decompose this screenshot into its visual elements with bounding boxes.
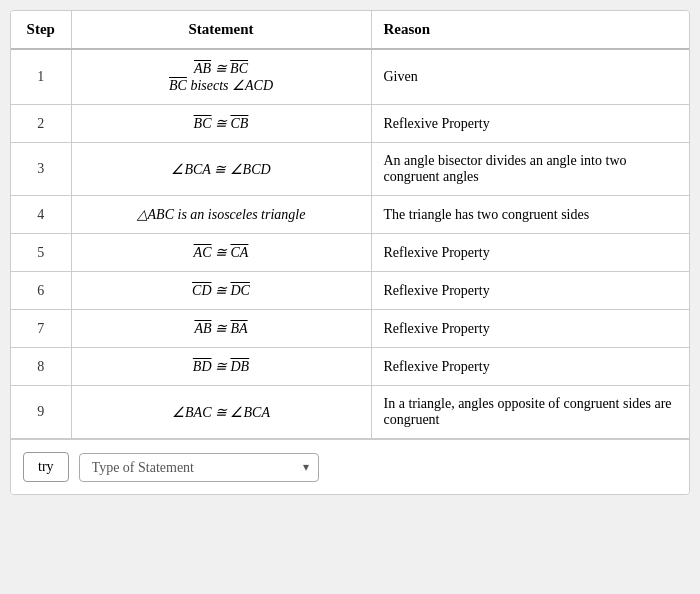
- statement-cell: BD ≅ DB: [71, 348, 371, 386]
- reason-cell: Given: [371, 49, 689, 105]
- dropdown-container: Type of Statement Given Reflexive Proper…: [79, 453, 319, 482]
- table-header-row: Step Statement Reason: [11, 11, 689, 49]
- footer-row: try Type of Statement Given Reflexive Pr…: [11, 439, 689, 494]
- step-cell: 9: [11, 386, 71, 439]
- statement-header: Statement: [71, 11, 371, 49]
- reason-cell: Reflexive Property: [371, 272, 689, 310]
- proof-table: Step Statement Reason 1AB ≅ BCBC bisects…: [11, 11, 689, 439]
- reason-cell: An angle bisector divides an angle into …: [371, 143, 689, 196]
- table-row: 6CD ≅ DCReflexive Property: [11, 272, 689, 310]
- reason-cell: In a triangle, angles opposite of congru…: [371, 386, 689, 439]
- statement-cell: △ABC is an isosceles triangle: [71, 196, 371, 234]
- table-row: 9∠BAC ≅ ∠BCAIn a triangle, angles opposi…: [11, 386, 689, 439]
- statement-cell: AB ≅ BCBC bisects ∠ACD: [71, 49, 371, 105]
- statement-cell: AC ≅ CA: [71, 234, 371, 272]
- reason-cell: Reflexive Property: [371, 310, 689, 348]
- statement-cell: BC ≅ CB: [71, 105, 371, 143]
- statement-cell: AB ≅ BA: [71, 310, 371, 348]
- table-row: 7AB ≅ BAReflexive Property: [11, 310, 689, 348]
- reason-cell: Reflexive Property: [371, 348, 689, 386]
- step-cell: 3: [11, 143, 71, 196]
- statement-cell: ∠BCA ≅ ∠BCD: [71, 143, 371, 196]
- table-row: 3∠BCA ≅ ∠BCDAn angle bisector divides an…: [11, 143, 689, 196]
- table-row: 1AB ≅ BCBC bisects ∠ACDGiven: [11, 49, 689, 105]
- step-cell: 5: [11, 234, 71, 272]
- step-cell: 8: [11, 348, 71, 386]
- reason-cell: Reflexive Property: [371, 234, 689, 272]
- step-cell: 6: [11, 272, 71, 310]
- reason-header: Reason: [371, 11, 689, 49]
- table-row: 4△ABC is an isosceles triangleThe triang…: [11, 196, 689, 234]
- try-button[interactable]: try: [23, 452, 69, 482]
- step-cell: 4: [11, 196, 71, 234]
- step-header: Step: [11, 11, 71, 49]
- reason-cell: The triangle has two congruent sides: [371, 196, 689, 234]
- table-row: 2BC ≅ CBReflexive Property: [11, 105, 689, 143]
- step-cell: 2: [11, 105, 71, 143]
- step-cell: 7: [11, 310, 71, 348]
- proof-table-container: Step Statement Reason 1AB ≅ BCBC bisects…: [10, 10, 690, 495]
- table-row: 5AC ≅ CAReflexive Property: [11, 234, 689, 272]
- type-of-statement-select[interactable]: Type of Statement Given Reflexive Proper…: [79, 453, 319, 482]
- table-row: 8BD ≅ DBReflexive Property: [11, 348, 689, 386]
- reason-cell: Reflexive Property: [371, 105, 689, 143]
- statement-cell: ∠BAC ≅ ∠BCA: [71, 386, 371, 439]
- step-cell: 1: [11, 49, 71, 105]
- statement-cell: CD ≅ DC: [71, 272, 371, 310]
